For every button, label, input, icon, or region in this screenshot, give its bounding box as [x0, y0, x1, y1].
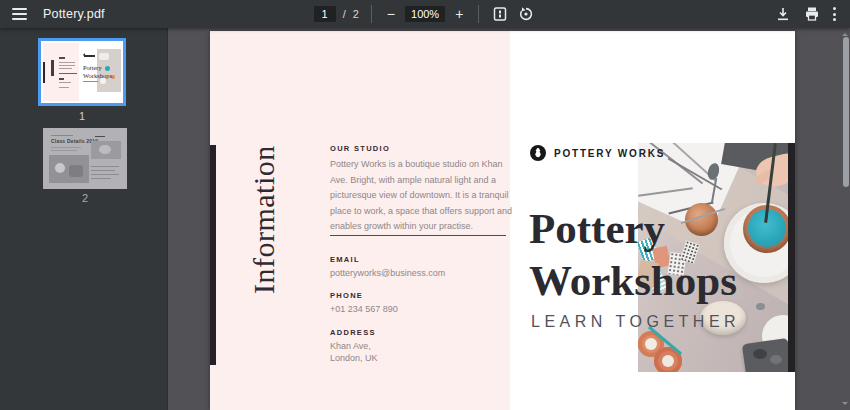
thumb-vertical-title-mark: [51, 60, 54, 76]
thumb-text-line: [59, 68, 72, 69]
fit-page-icon: [493, 6, 507, 22]
pdf-toolbar: Pottery.pdf / 2 − 100% +: [0, 0, 850, 28]
info-divider: [330, 235, 506, 236]
zoom-level: 100%: [405, 6, 445, 22]
rotate-icon: [518, 6, 534, 22]
photo-stone: [770, 355, 782, 364]
toolbar-left: Pottery.pdf: [0, 6, 105, 22]
scroll-up-arrow-icon[interactable]: [842, 30, 848, 36]
viewer-content: Pottery Workshops 1 Class Details 2019: [0, 28, 850, 410]
studio-heading: OUR STUDIO: [330, 144, 390, 153]
thumb-text-line: [51, 150, 77, 151]
thumb-logo-mark: [95, 136, 105, 137]
cover-title-line1: Pottery: [529, 203, 737, 255]
print-button[interactable]: [802, 4, 822, 24]
pdf-scroll-area[interactable]: Information OUR STUDIO Pottery Works is …: [168, 28, 850, 410]
thumbnail-1-preview: Pottery Workshops: [43, 43, 121, 101]
thumb-text-line: [59, 62, 75, 63]
thumb-text-line: [91, 170, 115, 171]
thumb-text-line: [91, 174, 119, 175]
vertical-scrollbar[interactable]: [841, 28, 850, 410]
thumb-text-line: [59, 82, 71, 83]
address-heading: ADDRESS: [330, 328, 376, 337]
vertical-section-title: Information: [242, 135, 286, 305]
photo-stone: [753, 349, 767, 359]
thumbnail-page-1[interactable]: Pottery Workshops: [38, 38, 126, 106]
thumb-photo-block: [49, 155, 89, 183]
thumbnail-1-label: 1: [38, 110, 126, 122]
spine-bar: [210, 145, 216, 365]
address-line2: London, UK: [330, 353, 378, 363]
page-edge-shadow: [788, 143, 795, 372]
studio-body: Pottery Works is a boutique studio on Kh…: [330, 157, 514, 235]
thumbnail-sidebar: Pottery Workshops 1 Class Details 2019: [0, 28, 168, 410]
menu-button[interactable]: [10, 6, 29, 22]
scrollbar-thumb[interactable]: [843, 37, 849, 187]
thumb-pink-panel: [43, 43, 79, 101]
thumb-logo-mark: [84, 55, 95, 57]
phone-heading: PHONE: [330, 291, 363, 300]
zoom-in-button[interactable]: +: [452, 7, 466, 21]
page-count: 2: [353, 8, 359, 20]
more-options-button[interactable]: [831, 5, 838, 23]
pottery-works-logo-icon: [530, 145, 546, 161]
print-icon: [804, 6, 820, 22]
thumb-text-line: [59, 87, 69, 88]
thumb-text-line: [51, 147, 81, 148]
hamburger-icon: [12, 8, 27, 20]
page-divider: /: [343, 8, 346, 20]
thumb-text-line: [51, 135, 73, 136]
brand-logo: POTTERY WORKS: [530, 145, 665, 161]
cover-subtitle: LEARN TOGETHER: [531, 313, 740, 331]
page-number-input[interactable]: [314, 6, 336, 22]
toolbar-right: [773, 4, 850, 24]
download-button[interactable]: [773, 4, 793, 24]
thumbnail-page-2[interactable]: Class Details 2019: [43, 128, 127, 189]
thumb-photo-block: [91, 141, 121, 159]
toolbar-separator: [478, 5, 479, 23]
toolbar-separator: [371, 5, 372, 23]
thumb-text-line: [91, 178, 111, 179]
email-heading: EMAIL: [330, 255, 360, 264]
cover-title: Pottery Workshops: [529, 203, 737, 307]
document-title: Pottery.pdf: [43, 7, 105, 21]
kebab-menu-icon: [833, 7, 836, 21]
thumb-text-line: [91, 166, 119, 167]
photo-pebble: [756, 303, 765, 310]
thumb-subtitle-line: [83, 81, 98, 82]
toolbar-center: / 2 − 100% +: [314, 4, 537, 24]
brand-name: POTTERY WORKS: [554, 148, 665, 159]
thumb-text-line: [59, 65, 75, 66]
rotate-button[interactable]: [516, 4, 536, 24]
thumb-spine-bar: [43, 62, 45, 83]
address-line1: Khan Ave,: [330, 341, 371, 351]
thumb-title-line2: Workshops: [83, 72, 112, 80]
thumb-title-line1: Pottery: [83, 64, 112, 72]
thumbnail-2-label: 2: [43, 192, 127, 204]
fit-page-button[interactable]: [491, 4, 509, 24]
phone-value: +01 234 567 890: [330, 304, 398, 314]
cover-title-line2: Workshops: [529, 255, 737, 307]
email-value: potteryworks@business.com: [330, 268, 445, 278]
thumb-text-line: [59, 57, 65, 59]
thumb-text-line: [59, 78, 64, 80]
download-icon: [775, 6, 791, 22]
pdf-page-1: Information OUR STUDIO Pottery Works is …: [210, 31, 795, 410]
pdf-viewer-window: Pottery.pdf / 2 − 100% +: [0, 0, 850, 410]
scroll-down-arrow-icon[interactable]: [842, 402, 848, 408]
zoom-out-button[interactable]: −: [384, 7, 398, 21]
thumb-divider-line: [59, 73, 77, 74]
thumb-cover-title: Pottery Workshops: [83, 64, 112, 79]
